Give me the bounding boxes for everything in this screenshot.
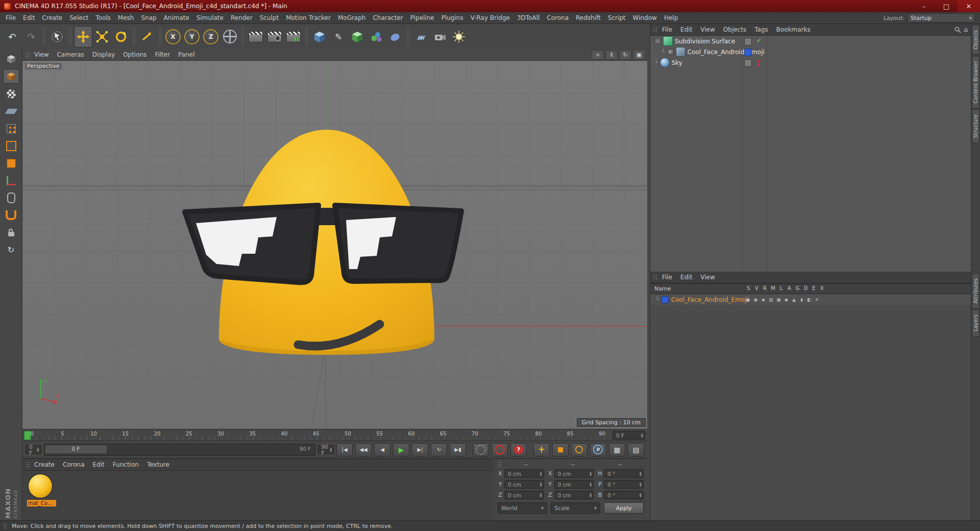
- autokey-button[interactable]: [492, 443, 508, 456]
- dock-tab[interactable]: Structure: [972, 109, 979, 143]
- maximize-button[interactable]: □: [935, 0, 958, 12]
- key-rotation-button[interactable]: [571, 443, 587, 456]
- drag-handle[interactable]: [653, 274, 658, 281]
- zoom-view-icon[interactable]: ⇕: [605, 50, 618, 60]
- key-pla-button[interactable]: ▦: [609, 443, 625, 456]
- material-menu-item[interactable]: Texture: [143, 461, 174, 468]
- lock-z-axis-button[interactable]: Z: [202, 26, 220, 47]
- viewport-menu-item[interactable]: Options: [119, 51, 151, 58]
- layer-color-chip[interactable]: [662, 296, 669, 303]
- layer-column-header[interactable]: X: [818, 284, 826, 294]
- object-manager-menu-item[interactable]: Edit: [676, 26, 696, 33]
- add-generator-button[interactable]: [348, 26, 366, 47]
- name-column-header[interactable]: Name: [654, 285, 671, 292]
- menu-item[interactable]: Pipeline: [407, 12, 438, 23]
- menu-item[interactable]: Window: [629, 12, 660, 23]
- size-group-label[interactable]: --: [549, 461, 596, 468]
- material-name-label[interactable]: mat_Co...: [27, 500, 56, 506]
- render-queue-button[interactable]: [284, 26, 303, 47]
- object-manager-menu-item[interactable]: View: [696, 26, 719, 33]
- dock-tab[interactable]: Objects: [972, 25, 979, 55]
- stepper-icon[interactable]: ▲▼: [638, 493, 642, 497]
- menu-item[interactable]: Create: [38, 12, 66, 23]
- home-icon[interactable]: ⌂: [964, 26, 968, 33]
- menu-item[interactable]: Redshift: [572, 12, 604, 23]
- menu-item[interactable]: Script: [604, 12, 629, 23]
- stepper-icon[interactable]: ▲▼: [538, 482, 542, 487]
- viewport-solo-button[interactable]: [3, 190, 19, 205]
- add-environment-button[interactable]: [412, 26, 430, 47]
- menu-item[interactable]: Help: [660, 12, 681, 23]
- material-menu-item[interactable]: Function: [109, 461, 143, 468]
- polygon-mode-button[interactable]: [3, 156, 19, 171]
- menu-item[interactable]: Mesh: [114, 12, 138, 23]
- coordinate-input[interactable]: 0 cm ▲▼: [504, 480, 544, 489]
- stepper-icon[interactable]: ▲▼: [35, 447, 39, 452]
- enable-axis-button[interactable]: [3, 173, 19, 188]
- next-frame-button[interactable]: ▶|: [412, 443, 428, 456]
- object-manager-menu-item[interactable]: Bookmarks: [772, 26, 815, 33]
- material-menu-item[interactable]: Corona: [59, 461, 89, 468]
- range-end-input[interactable]: 90 F ▲▼: [318, 445, 334, 454]
- viewport-menu-item[interactable]: Cameras: [53, 51, 88, 58]
- rotation-group-label[interactable]: --: [597, 461, 644, 468]
- toggle-view-icon[interactable]: ▣: [633, 50, 645, 60]
- menu-item[interactable]: V-Ray Bridge: [467, 12, 513, 23]
- scale-tool-button[interactable]: [93, 26, 111, 47]
- key-scale-button[interactable]: [552, 443, 569, 456]
- point-mode-button[interactable]: [3, 121, 19, 136]
- layer-manager-menu-item[interactable]: Edit: [676, 274, 696, 281]
- material-menu-item[interactable]: Create: [30, 461, 59, 468]
- layer-column-header[interactable]: L: [777, 284, 785, 294]
- visibility-dots-icon[interactable]: [757, 60, 760, 66]
- sky-object-icon[interactable]: [660, 58, 670, 67]
- frame-input[interactable]: 0 F ▲▼: [26, 445, 41, 454]
- coordinate-input[interactable]: 0 ° ▲▼: [604, 480, 644, 489]
- stepper-icon[interactable]: ▲▼: [538, 493, 542, 497]
- workplane-mode-button[interactable]: [3, 104, 19, 118]
- menu-item[interactable]: Character: [369, 12, 406, 23]
- viewport-menu-item[interactable]: View: [30, 51, 53, 58]
- subdivision-surface-icon[interactable]: [663, 36, 673, 46]
- deformers-toggle-icon[interactable]: ◗: [798, 296, 805, 303]
- scale-mode-select[interactable]: Scale▾: [551, 502, 600, 514]
- xref-toggle-icon[interactable]: ✕: [813, 296, 821, 303]
- object-row-subdivision-surface[interactable]: – Subdivision Surface ✓: [650, 36, 971, 46]
- menu-item[interactable]: Edit: [19, 12, 38, 23]
- object-row-emoji[interactable]: └ + Cool_Face_Android_Emoji: [650, 46, 971, 57]
- menu-item[interactable]: Motion Tracker: [282, 12, 334, 23]
- layer-manager-menu-item[interactable]: File: [658, 274, 676, 281]
- range-start-handle[interactable]: 0 F: [45, 445, 107, 453]
- enabled-check-icon[interactable]: ✓: [756, 37, 762, 44]
- drag-handle[interactable]: [26, 52, 30, 58]
- viewport-menu-item[interactable]: Filter: [151, 51, 174, 58]
- object-label[interactable]: Sky: [672, 59, 682, 66]
- layer-name[interactable]: Cool_Face_Android_Emoji: [671, 296, 748, 303]
- stepper-icon[interactable]: ▲▼: [588, 482, 592, 487]
- menu-item[interactable]: 3DToAll: [513, 12, 543, 23]
- edge-mode-button[interactable]: [3, 138, 19, 153]
- layer-column-header[interactable]: D: [801, 284, 810, 294]
- layer-column-header[interactable]: A: [785, 284, 793, 294]
- coordinate-input[interactable]: 0 ° ▲▼: [604, 491, 644, 499]
- preview-range-slider[interactable]: 0 F 90 F: [44, 444, 315, 456]
- expressions-toggle-icon[interactable]: ◧: [805, 296, 813, 303]
- drag-handle[interactable]: [653, 27, 658, 33]
- dock-tab[interactable]: Layers: [972, 309, 979, 336]
- layer-column-header[interactable]: R: [761, 284, 769, 294]
- object-label[interactable]: Subdivision Surface: [675, 38, 735, 45]
- menu-item[interactable]: Select: [66, 12, 92, 23]
- object-manager-menu-item[interactable]: Tags: [750, 26, 772, 33]
- lock-toggle-icon[interactable]: ▣: [775, 296, 782, 303]
- polygon-object-icon[interactable]: [676, 47, 685, 57]
- coordinate-input[interactable]: 0 cm ▲▼: [504, 469, 544, 478]
- minimize-button[interactable]: –: [913, 0, 935, 12]
- stepper-icon[interactable]: ▲▼: [328, 447, 332, 452]
- object-manager-menu-item[interactable]: File: [658, 26, 676, 33]
- goto-end-button[interactable]: ▶▮: [450, 443, 466, 456]
- visible-toggle-icon[interactable]: ◉: [752, 296, 760, 303]
- play-backwards-button[interactable]: ◀◀: [355, 443, 372, 456]
- add-camera-button[interactable]: [431, 26, 449, 47]
- quantize-button[interactable]: ↻: [3, 243, 19, 257]
- undo-button[interactable]: ↶: [3, 26, 21, 47]
